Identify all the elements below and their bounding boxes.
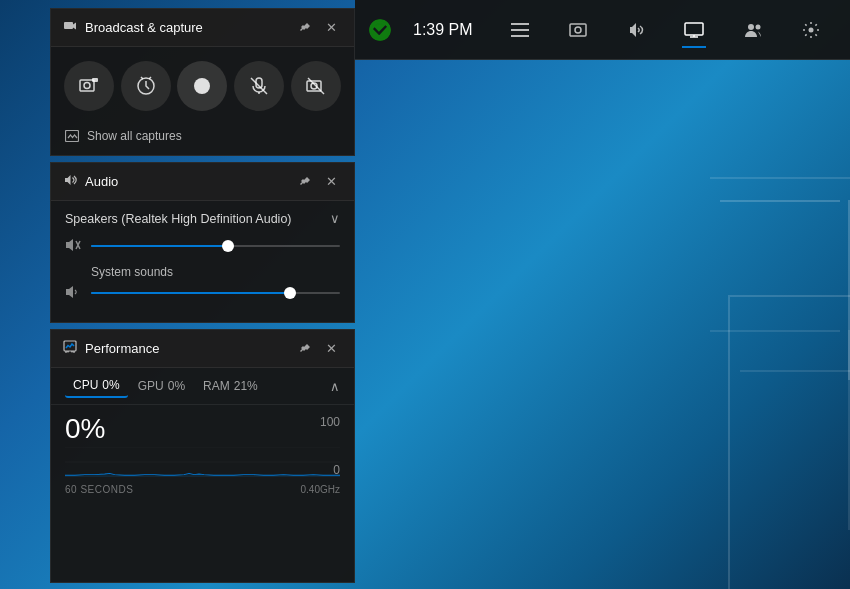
window-hint-line (740, 370, 850, 372)
svg-point-12 (84, 83, 90, 89)
gamebar-people-button[interactable] (733, 10, 773, 50)
gamebar-time: 1:39 PM (405, 21, 481, 39)
broadcast-actions: ✕ (294, 17, 342, 39)
audio-header-icon (63, 173, 77, 190)
performance-title: Performance (85, 341, 294, 356)
volume-low-icon (65, 285, 83, 302)
broadcast-close-button[interactable]: ✕ (320, 17, 342, 39)
screenshot-button[interactable] (64, 61, 114, 111)
audio-close-button[interactable]: ✕ (320, 171, 342, 193)
volume-slider[interactable] (91, 245, 340, 249)
audio-actions: ✕ (294, 171, 342, 193)
svg-rect-2 (511, 29, 529, 31)
performance-actions: ✕ (294, 338, 342, 360)
svg-rect-13 (92, 78, 98, 82)
performance-pin-button[interactable] (294, 338, 316, 360)
mic-button[interactable] (234, 61, 284, 111)
system-sounds-slider-row (65, 285, 340, 302)
performance-header: Performance ✕ (51, 330, 354, 368)
ram-label: RAM (203, 379, 230, 393)
broadcast-pin-button[interactable] (294, 17, 316, 39)
record-last-button[interactable] (121, 61, 171, 111)
performance-collapse-button[interactable]: ∧ (330, 379, 340, 394)
svg-rect-10 (64, 22, 73, 29)
svg-rect-11 (80, 80, 94, 91)
cpu-label: CPU (73, 378, 98, 392)
gamebar-panel: 1:39 PM (355, 0, 850, 60)
audio-device-name: Speakers (Realtek High Definition Audio) (65, 212, 292, 226)
audio-header: Audio ✕ (51, 163, 354, 201)
xbox-logo (355, 17, 405, 43)
chart-time-label: 60 SECONDS (65, 484, 133, 495)
side-panel: Broadcast & capture ✕ (50, 0, 355, 589)
camera-button[interactable] (291, 61, 341, 111)
ram-value: 21% (234, 379, 258, 393)
svg-point-5 (575, 27, 581, 33)
svg-point-9 (808, 27, 813, 32)
broadcast-title: Broadcast & capture (85, 20, 294, 35)
svg-point-7 (748, 24, 754, 30)
gpu-label: GPU (138, 379, 164, 393)
cpu-value: 0% (102, 378, 119, 392)
chart-freq-label: 0.40GHz (301, 484, 340, 495)
system-sounds-label: System sounds (65, 265, 340, 279)
audio-pin-button[interactable] (294, 171, 316, 193)
gamebar-settings-button[interactable] (791, 10, 831, 50)
svg-rect-3 (511, 35, 529, 37)
gamebar-screenshot-button[interactable] (558, 10, 598, 50)
perf-tab-gpu[interactable]: GPU 0% (130, 375, 193, 397)
gamebar-icon-bar (481, 10, 850, 50)
gpu-value: 0% (168, 379, 185, 393)
gamebar-audio-button[interactable] (616, 10, 656, 50)
window-hint-line (710, 330, 840, 332)
record-button[interactable] (177, 61, 227, 111)
svg-rect-6 (685, 23, 703, 35)
broadcast-header: Broadcast & capture ✕ (51, 9, 354, 47)
audio-device-chevron: ∨ (330, 211, 340, 226)
broadcast-icon (63, 19, 77, 36)
show-captures-text: Show all captures (87, 129, 182, 143)
gamebar-menu-button[interactable] (500, 10, 540, 50)
svg-point-8 (755, 24, 760, 29)
window-hint-line (720, 200, 840, 202)
cpu-chart-area (65, 447, 340, 477)
perf-tab-cpu[interactable]: CPU 0% (65, 374, 128, 398)
capture-buttons (51, 47, 354, 121)
performance-close-button[interactable]: ✕ (320, 338, 342, 360)
performance-tabs: CPU 0% GPU 0% RAM 21% ∧ (51, 368, 354, 405)
gamebar-display-button[interactable] (674, 10, 714, 50)
performance-chart: 0% 100 0 60 SECONDS 0.40GHz (51, 405, 354, 505)
mute-icon[interactable] (65, 238, 83, 255)
volume-slider-row (65, 238, 340, 255)
broadcast-card: Broadcast & capture ✕ (50, 8, 355, 156)
audio-content: Speakers (Realtek High Definition Audio)… (51, 201, 354, 322)
show-captures-link[interactable]: Show all captures (51, 121, 354, 155)
audio-card: Audio ✕ Speakers (Realtek High Definitio… (50, 162, 355, 323)
cpu-big-value: 0% (65, 413, 105, 444)
system-sounds-slider[interactable] (91, 292, 340, 296)
svg-rect-1 (511, 23, 529, 25)
svg-rect-4 (570, 24, 586, 36)
performance-icon (63, 340, 77, 357)
perf-tab-ram[interactable]: RAM 21% (195, 375, 266, 397)
audio-device-selector[interactable]: Speakers (Realtek High Definition Audio)… (65, 211, 340, 226)
performance-card: Performance ✕ CPU 0% GPU 0% RAM (50, 329, 355, 583)
chart-max-label: 100 (320, 415, 340, 429)
audio-title: Audio (85, 174, 294, 189)
